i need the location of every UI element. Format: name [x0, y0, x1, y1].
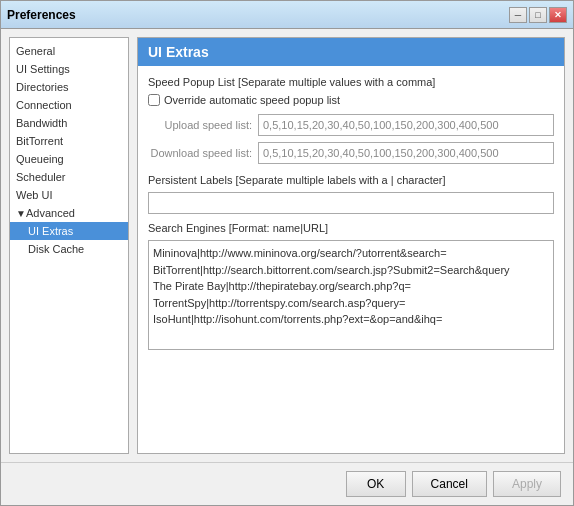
sidebar: General UI Settings Directories Connecti… [9, 37, 129, 454]
sidebar-item-ui-extras[interactable]: UI Extras [10, 222, 128, 240]
override-label[interactable]: Override automatic speed popup list [164, 94, 340, 106]
window-body: General UI Settings Directories Connecti… [1, 29, 573, 505]
ok-button[interactable]: OK [346, 471, 406, 497]
sidebar-item-directories[interactable]: Directories [10, 78, 128, 96]
title-bar: Preferences ─ □ ✕ [1, 1, 573, 29]
persistent-labels-input[interactable] [148, 192, 554, 214]
sidebar-item-general[interactable]: General [10, 42, 128, 60]
sidebar-item-disk-cache[interactable]: Disk Cache [10, 240, 128, 258]
content-body: Speed Popup List [Separate multiple valu… [138, 66, 564, 453]
search-engines-section-title: Search Engines [Format: name|URL] [148, 222, 554, 234]
sidebar-item-scheduler[interactable]: Scheduler [10, 168, 128, 186]
download-speed-row: Download speed list: [148, 142, 554, 164]
window-title: Preferences [7, 8, 76, 22]
preferences-window: Preferences ─ □ ✕ General UI Settings Di… [0, 0, 574, 506]
sidebar-item-queueing[interactable]: Queueing [10, 150, 128, 168]
minimize-button[interactable]: ─ [509, 7, 527, 23]
maximize-button[interactable]: □ [529, 7, 547, 23]
sidebar-item-advanced[interactable]: ▼Advanced [10, 204, 128, 222]
search-engines-textarea[interactable]: Mininova|http://www.mininova.org/search/… [148, 240, 554, 350]
content-area: UI Extras Speed Popup List [Separate mul… [137, 37, 565, 454]
content-header: UI Extras [138, 38, 564, 66]
sidebar-item-ui-settings[interactable]: UI Settings [10, 60, 128, 78]
speed-popup-section-title: Speed Popup List [Separate multiple valu… [148, 76, 554, 88]
upload-speed-label: Upload speed list: [148, 119, 258, 131]
footer: OK Cancel Apply [1, 462, 573, 505]
expand-icon: ▼ [16, 208, 26, 219]
sidebar-item-bandwidth[interactable]: Bandwidth [10, 114, 128, 132]
sidebar-item-bittorrent[interactable]: BitTorrent [10, 132, 128, 150]
close-button[interactable]: ✕ [549, 7, 567, 23]
override-checkbox[interactable] [148, 94, 160, 106]
download-speed-label: Download speed list: [148, 147, 258, 159]
title-bar-left: Preferences [7, 8, 76, 22]
upload-speed-row: Upload speed list: [148, 114, 554, 136]
main-area: General UI Settings Directories Connecti… [1, 29, 573, 462]
cancel-button[interactable]: Cancel [412, 471, 487, 497]
sidebar-item-connection[interactable]: Connection [10, 96, 128, 114]
override-checkbox-row: Override automatic speed popup list [148, 94, 554, 106]
title-controls: ─ □ ✕ [509, 7, 567, 23]
persistent-labels-section-title: Persistent Labels [Separate multiple lab… [148, 174, 554, 186]
apply-button[interactable]: Apply [493, 471, 561, 497]
section-separator-1: Persistent Labels [Separate multiple lab… [148, 174, 554, 186]
sidebar-item-web-ui[interactable]: Web UI [10, 186, 128, 204]
download-speed-input[interactable] [258, 142, 554, 164]
upload-speed-input[interactable] [258, 114, 554, 136]
